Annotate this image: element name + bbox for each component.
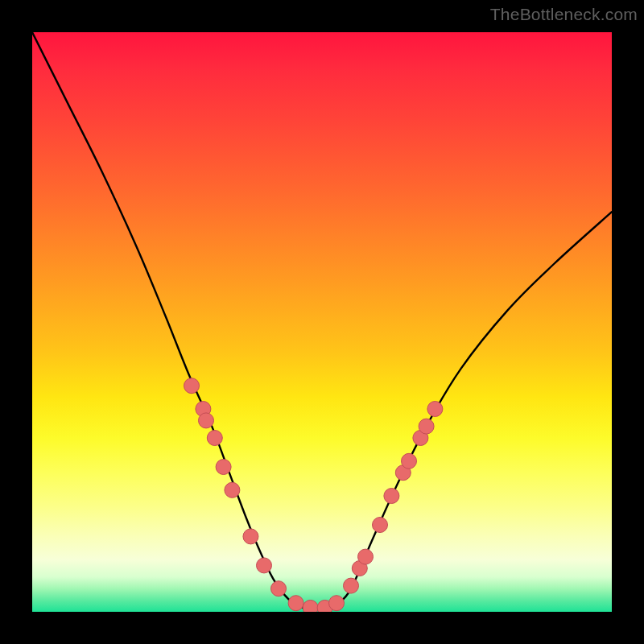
dot-left-7 (243, 529, 258, 544)
watermark-text: TheBottleneck.com (490, 5, 638, 24)
dot-left-8 (257, 558, 272, 573)
dot-right-3 (358, 549, 374, 564)
chart-svg (32, 32, 612, 612)
dot-left-5 (216, 460, 231, 475)
dot-right-5 (384, 489, 399, 504)
dot-left-3 (199, 413, 214, 428)
dot-left-1 (184, 378, 200, 394)
dot-left-9 (271, 581, 287, 597)
dot-left-4 (207, 431, 222, 446)
dot-left-6 (225, 482, 240, 497)
dot-right-4 (373, 518, 388, 533)
chart-stage: TheBottleneck.com (0, 0, 644, 644)
data-markers (184, 378, 443, 612)
bottleneck-curve (32, 32, 612, 610)
dot-right-7 (402, 453, 417, 469)
dot-bottom-1 (288, 596, 303, 611)
dot-bottom-4 (329, 596, 345, 611)
dot-right-9 (419, 419, 434, 434)
dot-right-10 (427, 402, 443, 417)
dot-bottom-2 (303, 600, 318, 612)
dot-right-1 (344, 578, 359, 593)
plot-area (32, 32, 612, 612)
